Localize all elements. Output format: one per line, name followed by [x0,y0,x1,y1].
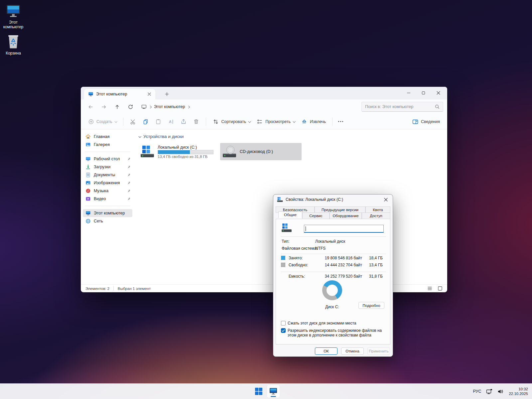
taskbar-explorer-button[interactable] [267,385,280,398]
tab-this-pc[interactable]: Этот компьютер [84,89,155,99]
drive-d-tile[interactable]: CD-дисковод (D:) [220,143,302,160]
search-box[interactable] [361,102,443,112]
chevron-right-icon [149,105,152,108]
chevron-right-icon [187,105,190,108]
copy-icon [142,118,149,125]
section-devices-and-drives[interactable]: Устройства и диски [139,134,444,139]
free-bytes: 14 444 232 704 байт [325,263,362,267]
details-button[interactable]: Подробно [358,302,384,309]
network-icon[interactable] [486,389,492,394]
dialog-title-bar: Свойства: Локальный диск (C:) [273,195,393,204]
back-button[interactable] [85,101,96,112]
new-tab-button[interactable] [163,90,171,98]
thumbnails-view-icon[interactable] [438,286,443,291]
sidebar-item-network[interactable]: Сеть [83,217,132,225]
sidebar-item-label: Рабочий стол [94,157,120,161]
rename-button[interactable]: A [165,116,177,127]
drive-c-tile[interactable]: Локальный диск (C:) 13,4 ГБ свободно из … [138,143,219,160]
close-button[interactable] [431,87,446,99]
more-button[interactable] [336,121,345,122]
capacity-size: 31,8 ГБ [369,274,383,279]
new-button[interactable]: Создать [85,117,119,127]
sidebar-item-label: Изображения [94,181,120,185]
clock[interactable]: 10:32 22.10.2025 [509,387,528,396]
search-input[interactable] [365,104,432,109]
sidebar-item-pictures[interactable]: Изображения [83,179,132,187]
pin-icon [127,157,131,161]
tab-previous-versions[interactable]: Предыдущие версии [315,206,365,213]
dialog-buttons: ОК Отмена Применить [273,347,393,355]
eject-button[interactable]: Извлечь [298,116,329,127]
sidebar-item-downloads[interactable]: Загрузки [83,163,132,171]
start-button[interactable] [252,385,265,398]
sidebar-item-videos[interactable]: Видео [83,195,132,203]
tab-tools[interactable]: Сервис [302,212,330,219]
sidebar-item-label: Видео [94,197,106,201]
volume-label-input[interactable] [304,225,384,233]
checkbox-checked[interactable] [281,328,286,333]
sidebar-item-music[interactable]: ♪ Музыка [83,187,132,195]
paste-button[interactable] [152,116,164,127]
field-value: NTFS [315,246,326,251]
text-caret [306,226,306,231]
used-bytes: 19 808 546 816 байт [325,256,362,260]
taskbar: РУС 10:32 22.10.2025 [0,383,532,399]
indexing-checkbox-row[interactable]: Разрешить индексировать содержимое файло… [281,328,385,337]
recycle-bin-icon [6,34,20,50]
volume-icon[interactable] [497,389,504,394]
details-pane-button[interactable]: Сведения [409,116,443,127]
sidebar-divider [85,206,130,206]
details-view-icon[interactable] [427,286,432,291]
sidebar-item-home[interactable]: Главная [83,133,132,141]
compress-checkbox-row[interactable]: Сжать этот диск для экономии места [281,321,385,326]
desktop-icon-this-pc[interactable]: Этот компьютер [0,4,27,29]
checkbox-label: Разрешить индексировать содержимое файло… [288,328,385,337]
tab-hardware[interactable]: Оборудование [330,212,362,219]
cut-button[interactable] [127,116,139,127]
sidebar-item-gallery[interactable]: Галерея [83,141,132,149]
pictures-icon [85,180,91,186]
sidebar-divider [85,152,130,152]
more-icon [342,121,343,122]
maximize-button[interactable] [416,87,431,99]
plus-icon [165,92,169,96]
sidebar-item-label: Этот компьютер [94,211,125,215]
view-button[interactable]: Просмотреть [254,116,298,127]
tab-close-button[interactable] [146,91,153,97]
up-button[interactable] [111,101,123,112]
checkbox-unchecked[interactable] [281,321,286,326]
minimize-button[interactable] [401,87,416,99]
refresh-button[interactable] [125,101,136,112]
desktop-icon [85,156,91,162]
sidebar-item-label: Загрузки [94,165,110,169]
chevron-down-icon [248,120,251,123]
field-value: Локальный диск [315,239,345,244]
language-indicator[interactable]: РУС [473,389,481,394]
computer-icon [85,210,91,216]
cut-icon [130,118,136,125]
pin-icon [127,173,131,177]
sidebar-item-documents[interactable]: Документы [83,171,132,179]
forward-button[interactable] [98,101,109,112]
breadcrumb[interactable]: Этот компьютер [138,101,341,112]
sort-button[interactable]: Сортировать [210,116,253,127]
desktop-icon-recycle-bin[interactable]: Корзина [0,34,27,56]
share-button[interactable] [178,116,190,127]
tab-quota[interactable]: Квота [365,206,390,213]
sidebar-item-this-pc[interactable]: Этот компьютер [83,209,132,217]
new-button-label: Создать [96,119,112,124]
breadcrumb-item[interactable]: Этот компьютер [154,104,185,109]
dialog-close-button[interactable] [381,196,391,203]
tab-sharing[interactable]: Доступ [362,212,390,219]
ok-button[interactable]: ОК [315,347,337,355]
hard-drive-icon [281,223,292,232]
chevron-down-icon [293,120,296,123]
more-icon [338,121,339,122]
cancel-button[interactable]: Отмена [341,347,364,355]
sidebar-item-desktop[interactable]: Рабочий стол [83,155,132,163]
apply-button[interactable]: Применить [367,347,390,355]
copy-button[interactable] [140,116,152,127]
delete-button[interactable] [190,116,202,127]
tab-strip: Этот компьютер [81,87,447,99]
tab-general[interactable]: Общие [278,211,302,218]
